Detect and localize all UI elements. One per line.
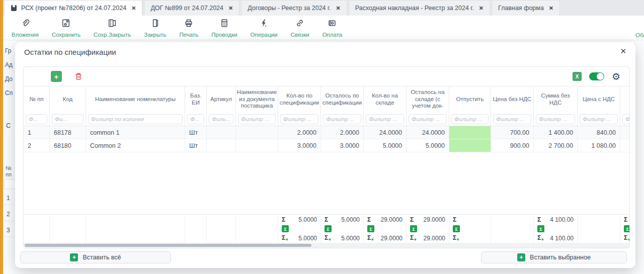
table-cell: 5.0000 xyxy=(364,139,407,152)
tab-close-icon[interactable]: ✕ xyxy=(479,5,484,12)
insert-selected-button[interactable]: + Вставить выбранное xyxy=(481,251,627,263)
summary-action-cell xyxy=(491,224,534,233)
cell-value: 840.00 xyxy=(597,129,616,136)
summary-filtered-row: Σ▾5.0000Σ▾5.0000Σ▾29.0000Σ▾29.0000Σ▾Σ▾4 … xyxy=(24,233,629,243)
table-row[interactable]: 268180Common 2Шт3.00003.00005.00005.0000… xyxy=(24,139,629,152)
column-header-label: Код xyxy=(63,96,73,103)
bg-field-label: До xyxy=(5,75,13,82)
door-icon xyxy=(150,18,160,30)
filter-cell-0 xyxy=(24,112,50,126)
table-cell: 3.0000 xyxy=(278,139,321,152)
plus-icon: + xyxy=(517,253,525,261)
toolbar-operations-button[interactable]: Операции xyxy=(244,18,284,38)
summary-action-cell xyxy=(207,224,236,233)
toolbar-payment-button[interactable]: Оплата xyxy=(316,18,349,38)
tab-1[interactable]: ДОГ №899 от 24.07.2024✕ xyxy=(144,0,239,16)
column-filter-input[interactable] xyxy=(26,114,47,124)
column-filter-input[interactable] xyxy=(580,114,618,124)
column-header-3: Баз. ЕИ xyxy=(185,86,207,112)
column-filter-input[interactable] xyxy=(52,114,84,124)
summary-action-cell: Σ xyxy=(534,224,578,233)
dialog-close-icon[interactable]: ✕ xyxy=(620,47,626,56)
cell-value: 24.0000 xyxy=(379,129,402,136)
column-filter-input[interactable] xyxy=(409,114,447,124)
column-filter-input[interactable] xyxy=(622,114,630,124)
tab-3[interactable]: Расходная накладная - Реестр за 2024 г.✕ xyxy=(349,0,490,16)
toolbar-close-button[interactable]: Закрыть xyxy=(137,18,173,38)
column-filter-input[interactable] xyxy=(493,114,531,124)
sigma-sum-button[interactable]: Σ xyxy=(367,225,374,232)
tab-0[interactable]: РСХ (проект №78206) от 24.07.2024✕ xyxy=(4,0,142,16)
summary-filtered-cell xyxy=(50,233,86,243)
column-filter-input[interactable] xyxy=(209,114,233,124)
tab-2[interactable]: Договоры - Реестр за 2024 г.✕ xyxy=(241,0,347,16)
tab-close-icon[interactable]: ✕ xyxy=(336,5,341,12)
column-filter-input[interactable] xyxy=(88,114,183,124)
sigma-sum-button[interactable]: Σ xyxy=(624,225,630,232)
plus-icon: + xyxy=(70,253,78,261)
toolbar-links-button[interactable]: Связки xyxy=(284,18,315,38)
toolbar-label: Печать xyxy=(180,32,199,38)
sigma-glyph: Σ xyxy=(624,234,627,241)
table-row[interactable]: 168178common 1Шт2.00002.000024.000024.00… xyxy=(24,126,629,139)
toolbar-save-close-button[interactable]: Сохр.Закрыть xyxy=(87,18,137,38)
sigma-icon: Σ xyxy=(410,216,414,223)
toolbar-save-button[interactable]: Сохранить xyxy=(45,18,87,38)
add-row-button[interactable]: + xyxy=(51,71,62,82)
table-cell: 24.0000 xyxy=(407,126,449,139)
summary-filtered-cell xyxy=(491,233,534,243)
toolbar-print-button[interactable]: Печать xyxy=(173,18,205,38)
bg-row-separator xyxy=(3,221,15,221)
column-filter-input[interactable] xyxy=(366,114,404,124)
filter-toggle[interactable] xyxy=(589,72,604,80)
filter-cell-1 xyxy=(50,112,86,126)
column-filter-input[interactable] xyxy=(323,114,361,124)
sigma-sum-button[interactable]: Σ xyxy=(537,225,544,232)
toolbar-postings-button[interactable]: Проводки xyxy=(205,18,244,38)
column-filter-input[interactable] xyxy=(280,114,318,124)
tab-4[interactable]: Главная форма✕ xyxy=(492,0,560,16)
column-filter-input[interactable] xyxy=(536,114,575,124)
toolbar-label: Операции xyxy=(251,32,278,38)
table-cell: 2.0000 xyxy=(278,126,321,139)
sigma-sum-button[interactable]: Σ xyxy=(453,225,460,232)
toolbar-attachments-button[interactable]: Вложения xyxy=(5,18,45,38)
tab-close-icon[interactable]: ✕ xyxy=(131,5,136,12)
release-qty-cell[interactable] xyxy=(449,126,491,139)
column-filter-input[interactable] xyxy=(187,114,204,124)
delete-row-button[interactable] xyxy=(74,72,83,81)
remainders-dialog: Остатки по спецификации ✕ + X ⚙ № ппКодН… xyxy=(15,42,635,268)
sigma-sum-button[interactable]: Σ xyxy=(410,225,417,232)
tab-close-icon[interactable]: ✕ xyxy=(549,5,553,12)
summary-action-cell xyxy=(185,224,207,233)
toolbar-refresh-button[interactable]: Обновить xyxy=(629,16,644,40)
summary-total-cell xyxy=(50,215,86,224)
sigma-sum-button[interactable]: Σ xyxy=(282,225,289,232)
insert-all-button[interactable]: + Вставить всё xyxy=(20,251,171,263)
column-header-5: Наименование из документа поставщика xyxy=(236,86,278,112)
bg-field-label: Ад xyxy=(5,61,13,68)
paperclip-icon xyxy=(20,18,30,30)
sigma-glyph: Σ xyxy=(367,234,371,241)
filter-cell-12 xyxy=(534,112,578,126)
insert-selected-label: Вставить выбранное xyxy=(530,254,591,261)
release-qty-cell[interactable] xyxy=(449,139,491,152)
table-cell: Common 2 xyxy=(86,139,185,152)
summary-total-cell: Σ29.0000 xyxy=(364,215,407,224)
tab-close-icon[interactable]: ✕ xyxy=(228,5,233,12)
table-cell: 68180 xyxy=(50,139,86,152)
cell-value: 68178 xyxy=(54,129,71,136)
filter-cell-13 xyxy=(578,112,620,126)
export-excel-button[interactable]: X xyxy=(573,72,582,81)
column-header-7: Осталось по спецификации xyxy=(321,86,364,112)
summary-total-cell: Σ5.0000 xyxy=(321,215,364,224)
table-cell: 68178 xyxy=(50,126,86,139)
scrollbar-thumb[interactable] xyxy=(25,244,311,247)
column-filter-input[interactable] xyxy=(451,114,489,124)
column-filter-input[interactable] xyxy=(238,114,276,124)
column-header-4: Артикул xyxy=(207,86,236,112)
sigma-filter-icon: Σ▾ xyxy=(325,234,331,242)
filter-cell-7 xyxy=(321,112,364,126)
sigma-sum-button[interactable]: Σ xyxy=(325,225,332,232)
settings-gear-icon[interactable]: ⚙ xyxy=(612,72,620,81)
